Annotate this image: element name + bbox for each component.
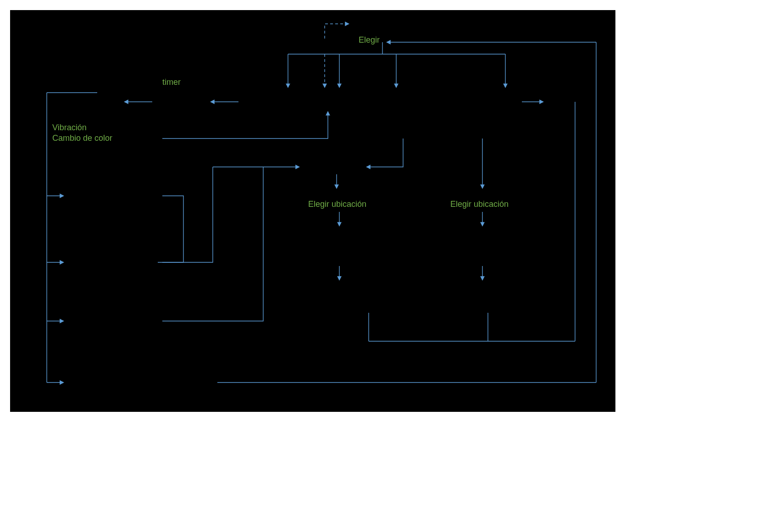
diagram-stage: Elegir timer Vibración Cambio de color E…: [0, 0, 775, 532]
diagram-frame: Elegir timer Vibración Cambio de color E…: [10, 10, 615, 412]
connectors-svg: [10, 10, 615, 412]
